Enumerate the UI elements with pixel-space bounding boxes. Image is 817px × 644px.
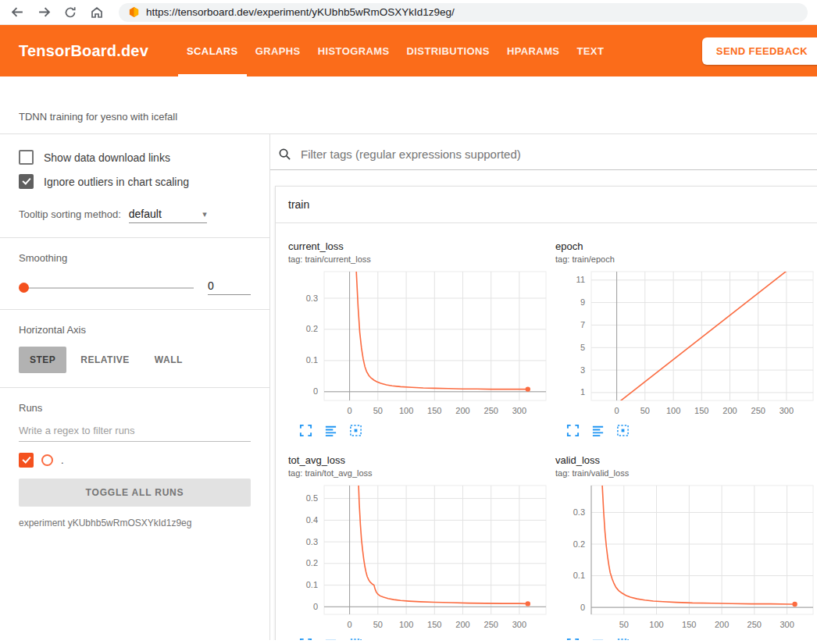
chart-toolbar: [288, 638, 555, 640]
chart-tag: tag: train/valid_loss: [555, 468, 817, 478]
tooltip-sorting-select[interactable]: default ▾: [129, 208, 207, 223]
divider: [0, 387, 269, 388]
chart-title: tot_avg_loss: [288, 454, 555, 466]
axis-step-button[interactable]: STEP: [19, 347, 66, 373]
log-scale-icon[interactable]: [324, 424, 337, 437]
svg-text:0.3: 0.3: [573, 507, 585, 517]
svg-text:200: 200: [722, 406, 737, 415]
svg-text:0: 0: [348, 406, 352, 415]
slider-thumb-icon[interactable]: [19, 283, 29, 293]
ignore-outliers-label: Ignore outliers in chart scaling: [44, 176, 189, 188]
fit-domain-icon[interactable]: [349, 424, 362, 437]
smoothing-slider[interactable]: [19, 283, 194, 293]
svg-text:0.1: 0.1: [306, 355, 318, 365]
svg-text:250: 250: [484, 406, 498, 415]
expand-icon[interactable]: [299, 424, 312, 437]
send-feedback-button[interactable]: SEND FEEDBACK: [702, 37, 817, 65]
forward-icon[interactable]: [36, 5, 52, 20]
chart-toolbar: [555, 424, 817, 437]
svg-text:50: 50: [373, 620, 383, 629]
tab-distributions[interactable]: DISTRIBUTIONS: [398, 25, 498, 76]
charts-grid: current_loss tag: train/current_loss 00.…: [276, 223, 817, 640]
browser-chrome: https://tensorboard.dev/experiment/yKUbh…: [0, 0, 817, 25]
app-title: TensorBoard.dev: [19, 42, 148, 60]
expand-icon[interactable]: [299, 638, 312, 640]
chart-tag: tag: train/tot_avg_loss: [288, 468, 555, 478]
svg-text:0.2: 0.2: [573, 539, 585, 549]
svg-text:0.2: 0.2: [306, 324, 318, 333]
axis-relative-button[interactable]: RELATIVE: [70, 347, 140, 373]
tensorboard-page: { "browser": { "url": "https://tensorboa…: [0, 0, 817, 644]
runs-filter-input[interactable]: [19, 418, 251, 442]
train-section-header[interactable]: train: [276, 187, 817, 223]
svg-text:0.5: 0.5: [306, 493, 318, 503]
svg-text:0: 0: [348, 620, 352, 629]
run-checkbox-icon[interactable]: [19, 453, 34, 468]
divider: [0, 237, 269, 238]
log-scale-icon[interactable]: [324, 638, 337, 640]
run-name: .: [61, 454, 64, 466]
smoothing-value[interactable]: 0: [208, 279, 251, 295]
home-icon[interactable]: [89, 5, 105, 20]
svg-text:250: 250: [751, 406, 765, 415]
svg-text:300: 300: [512, 620, 526, 629]
log-scale-icon[interactable]: [591, 638, 605, 640]
show-download-links-label: Show data download links: [44, 151, 170, 164]
back-icon[interactable]: [9, 5, 25, 20]
tab-graphs[interactable]: GRAPHS: [247, 25, 309, 76]
chart-title: current_loss: [288, 240, 555, 252]
tab-text[interactable]: TEXT: [568, 25, 612, 76]
tab-hparams[interactable]: HPARAMS: [498, 25, 569, 76]
svg-text:7: 7: [580, 320, 585, 329]
svg-text:0.1: 0.1: [306, 580, 318, 589]
tooltip-sorting-label: Tooltip sorting method:: [19, 208, 121, 220]
main-content: train current_loss tag: train/current_lo…: [270, 134, 817, 640]
chart-tot-avg-loss: tot_avg_loss tag: train/tot_avg_loss 00.…: [288, 454, 555, 640]
chart-valid-loss: valid_loss tag: train/valid_loss 00.10.2…: [555, 454, 817, 640]
axis-wall-button[interactable]: WALL: [144, 347, 194, 373]
toggle-all-runs-button[interactable]: TOGGLE ALL RUNS: [19, 479, 251, 507]
chart-plot[interactable]: 00.10.20.3050100150200250300: [288, 268, 550, 418]
tooltip-sorting-row: Tooltip sorting method: default ▾: [19, 208, 251, 223]
svg-text:0: 0: [313, 386, 318, 396]
chart-title: valid_loss: [555, 454, 817, 466]
svg-text:250: 250: [747, 620, 762, 629]
chart-title: epoch: [555, 240, 817, 252]
tab-scalars[interactable]: SCALARS: [178, 25, 247, 76]
svg-text:150: 150: [694, 406, 708, 415]
checkbox-icon[interactable]: [19, 174, 34, 189]
checkbox-icon[interactable]: [19, 150, 34, 165]
url-text: https://tensorboard.dev/experiment/yKUbh…: [146, 6, 455, 18]
chart-tag: tag: train/current_loss: [288, 254, 555, 264]
svg-text:0: 0: [580, 603, 585, 612]
tab-histograms[interactable]: HISTOGRAMS: [309, 25, 398, 76]
expand-icon[interactable]: [566, 424, 580, 437]
fit-domain-icon[interactable]: [616, 638, 630, 640]
ignore-outliers-checkbox[interactable]: Ignore outliers in chart scaling: [19, 174, 251, 189]
chart-tag: tag: train/epoch: [555, 254, 817, 264]
chart-plot[interactable]: 00.10.20.350100150200250300: [555, 482, 817, 632]
svg-text:250: 250: [484, 620, 498, 629]
refresh-icon[interactable]: [62, 5, 78, 20]
app-header: TensorBoard.dev SCALARS GRAPHS HISTOGRAM…: [0, 25, 817, 76]
fit-domain-icon[interactable]: [616, 424, 630, 437]
log-scale-icon[interactable]: [591, 424, 605, 437]
divider: [0, 309, 269, 310]
run-row[interactable]: .: [19, 453, 251, 468]
svg-text:0.1: 0.1: [573, 571, 585, 580]
show-download-links-checkbox[interactable]: Show data download links: [19, 150, 251, 165]
svg-text:3: 3: [580, 365, 585, 375]
svg-text:1: 1: [580, 387, 585, 397]
svg-text:200: 200: [455, 406, 469, 415]
chart-current-loss: current_loss tag: train/current_loss 00.…: [288, 240, 555, 437]
svg-text:100: 100: [666, 406, 680, 415]
tag-filter-input[interactable]: [299, 147, 817, 162]
chart-plot[interactable]: 00.10.20.30.40.5050100150200250300: [288, 482, 550, 632]
fit-domain-icon[interactable]: [349, 638, 362, 640]
chart-plot[interactable]: 1357911050100150200250300: [555, 268, 817, 418]
run-color-swatch-icon: [41, 454, 53, 466]
expand-icon[interactable]: [566, 638, 580, 640]
svg-text:50: 50: [619, 620, 629, 629]
address-bar[interactable]: https://tensorboard.dev/experiment/yKUbh…: [119, 3, 808, 22]
svg-text:50: 50: [640, 406, 650, 415]
